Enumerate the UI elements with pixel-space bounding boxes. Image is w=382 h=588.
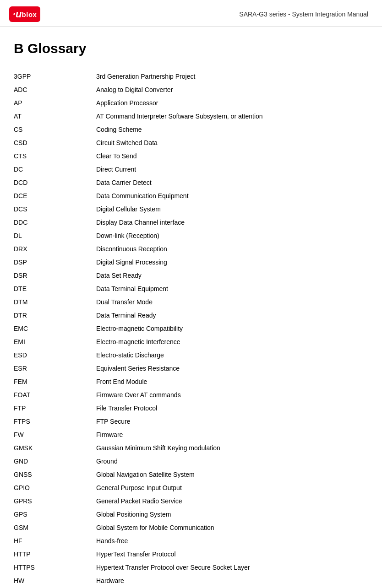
- glossary-abbr: GND: [14, 455, 96, 468]
- glossary-row: DCD Data Carrier Detect: [14, 176, 368, 189]
- glossary-abbr: DC: [14, 163, 96, 176]
- glossary-definition: Equivalent Series Resistance: [96, 362, 368, 375]
- glossary-definition: Hypertext Transfer Protocol over Secure …: [96, 561, 368, 574]
- glossary-abbr: EMI: [14, 335, 96, 349]
- glossary-row: CTS Clear To Send: [14, 150, 368, 163]
- glossary-row: ESD Electro-static Discharge: [14, 349, 368, 362]
- glossary-abbr: ESR: [14, 362, 96, 375]
- glossary-row: FEM Front End Module: [14, 375, 368, 388]
- glossary-definition: Data Carrier Detect: [96, 176, 368, 189]
- glossary-abbr: CTS: [14, 150, 96, 163]
- glossary-row: AT AT Command Interpreter Software Subsy…: [14, 110, 368, 123]
- glossary-definition: Electro-magnetic Compatibility: [96, 322, 368, 335]
- glossary-abbr: EMC: [14, 322, 96, 335]
- header-title: SARA-G3 series - System Integration Manu…: [239, 11, 368, 18]
- glossary-row: FTPS FTP Secure: [14, 415, 368, 428]
- glossary-abbr: CS: [14, 123, 96, 136]
- glossary-definition: Global Navigation Satellite System: [96, 468, 368, 481]
- glossary-definition: Hands-free: [96, 534, 368, 548]
- glossary-abbr: GSM: [14, 521, 96, 534]
- glossary-abbr: DRX: [14, 243, 96, 256]
- glossary-row: HF Hands-free: [14, 534, 368, 548]
- glossary-abbr: DSR: [14, 269, 96, 282]
- glossary-row: EMI Electro-magnetic Interference: [14, 335, 368, 349]
- glossary-abbr: FOAT: [14, 388, 96, 402]
- glossary-abbr: HW: [14, 574, 96, 588]
- glossary-row: DSP Digital Signal Processing: [14, 256, 368, 269]
- glossary-abbr: GPS: [14, 508, 96, 521]
- glossary-definition: Data Communication Equipment: [96, 189, 368, 203]
- glossary-definition: Firmware Over AT commands: [96, 388, 368, 402]
- glossary-abbr: HTTP: [14, 548, 96, 561]
- glossary-abbr: DCD: [14, 176, 96, 189]
- chapter-heading: B Glossary: [14, 41, 368, 56]
- glossary-row: AP Application Processor: [14, 97, 368, 110]
- glossary-row: FOAT Firmware Over AT commands: [14, 388, 368, 402]
- glossary-row: ESR Equivalent Series Resistance: [14, 362, 368, 375]
- glossary-row: HTTPS Hypertext Transfer Protocol over S…: [14, 561, 368, 574]
- glossary-abbr: DL: [14, 229, 96, 243]
- glossary-abbr: FEM: [14, 375, 96, 388]
- glossary-abbr: GNSS: [14, 468, 96, 481]
- glossary-abbr: HTTPS: [14, 561, 96, 574]
- glossary-abbr: DDC: [14, 216, 96, 229]
- logo-box: ·ublox: [9, 6, 40, 22]
- glossary-definition: 3rd Generation Partnership Project: [96, 70, 368, 83]
- glossary-row: DTE Data Terminal Equipment: [14, 282, 368, 296]
- glossary-abbr: GPRS: [14, 495, 96, 508]
- glossary-table: 3GPP 3rd Generation Partnership Project …: [14, 70, 368, 588]
- page-header: ·ublox SARA-G3 series - System Integrati…: [0, 0, 382, 27]
- glossary-row: DTM Dual Transfer Mode: [14, 296, 368, 309]
- glossary-definition: Down-link (Reception): [96, 229, 368, 243]
- glossary-definition: Direct Current: [96, 163, 368, 176]
- glossary-definition: Digital Cellular System: [96, 203, 368, 216]
- glossary-row: DL Down-link (Reception): [14, 229, 368, 243]
- glossary-row: GPS Global Positioning System: [14, 508, 368, 521]
- glossary-definition: Data Set Ready: [96, 269, 368, 282]
- glossary-abbr: 3GPP: [14, 70, 96, 83]
- glossary-row: FTP File Transfer Protocol: [14, 402, 368, 415]
- glossary-definition: General Purpose Input Output: [96, 481, 368, 495]
- glossary-definition: General Packet Radio Service: [96, 495, 368, 508]
- glossary-definition: Display Data Channel interface: [96, 216, 368, 229]
- glossary-row: CSD Circuit Switched Data: [14, 136, 368, 150]
- glossary-row: GND Ground: [14, 455, 368, 468]
- glossary-definition: Coding Scheme: [96, 123, 368, 136]
- glossary-abbr: DTR: [14, 309, 96, 322]
- glossary-abbr: FTPS: [14, 415, 96, 428]
- page-content: B Glossary 3GPP 3rd Generation Partnersh…: [0, 27, 382, 588]
- glossary-abbr: FTP: [14, 402, 96, 415]
- glossary-row: DDC Display Data Channel interface: [14, 216, 368, 229]
- glossary-row: DRX Discontinuous Reception: [14, 243, 368, 256]
- glossary-abbr: ESD: [14, 349, 96, 362]
- glossary-definition: Gaussian Minimum Shift Keying modulation: [96, 442, 368, 455]
- glossary-definition: FTP Secure: [96, 415, 368, 428]
- glossary-definition: Data Terminal Ready: [96, 309, 368, 322]
- glossary-definition: Discontinuous Reception: [96, 243, 368, 256]
- glossary-row: HTTP HyperText Transfer Protocol: [14, 548, 368, 561]
- glossary-definition: Global System for Mobile Communication: [96, 521, 368, 534]
- glossary-abbr: DTM: [14, 296, 96, 309]
- glossary-abbr: DCS: [14, 203, 96, 216]
- glossary-definition: Analog to Digital Converter: [96, 83, 368, 97]
- glossary-row: ADC Analog to Digital Converter: [14, 83, 368, 97]
- glossary-row: HW Hardware: [14, 574, 368, 588]
- logo: ·ublox: [9, 6, 40, 22]
- glossary-row: DCE Data Communication Equipment: [14, 189, 368, 203]
- glossary-definition: Application Processor: [96, 97, 368, 110]
- glossary-definition: Front End Module: [96, 375, 368, 388]
- glossary-definition: Electro-static Discharge: [96, 349, 368, 362]
- glossary-row: 3GPP 3rd Generation Partnership Project: [14, 70, 368, 83]
- glossary-definition: File Transfer Protocol: [96, 402, 368, 415]
- glossary-row: GNSS Global Navigation Satellite System: [14, 468, 368, 481]
- glossary-definition: Global Positioning System: [96, 508, 368, 521]
- glossary-row: GPIO General Purpose Input Output: [14, 481, 368, 495]
- glossary-abbr: AT: [14, 110, 96, 123]
- glossary-row: GSM Global System for Mobile Communicati…: [14, 521, 368, 534]
- glossary-row: GMSK Gaussian Minimum Shift Keying modul…: [14, 442, 368, 455]
- glossary-row: FW Firmware: [14, 428, 368, 442]
- glossary-abbr: GMSK: [14, 442, 96, 455]
- glossary-definition: HyperText Transfer Protocol: [96, 548, 368, 561]
- glossary-definition: Clear To Send: [96, 150, 368, 163]
- glossary-abbr: DSP: [14, 256, 96, 269]
